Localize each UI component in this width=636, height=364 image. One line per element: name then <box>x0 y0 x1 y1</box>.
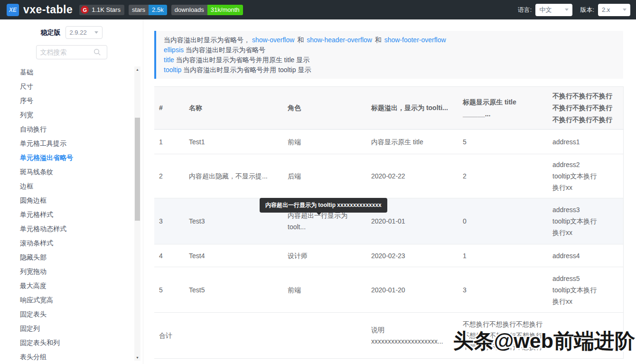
show-header-overflow-link[interactable]: show-header-overflow <box>307 36 372 44</box>
sidebar-item[interactable]: 自动换行 <box>0 122 143 136</box>
cell: 2020-02-23 <box>366 244 458 267</box>
cell: Test5 <box>184 267 283 313</box>
table-row: 5 Test5 前端 2020-01-20 3 address5 tooltip… <box>154 267 623 313</box>
topbar-right-controls: 语言: 中文 版本: 2.x <box>518 4 630 16</box>
cell-tooltip: 内容超出一行显示为 tooltip xxxxxxxxxxxxxx <box>260 198 387 213</box>
scroll-up-arrow-icon[interactable]: ▲ <box>134 66 140 73</box>
npm-stars-badge[interactable]: stars 2.5k <box>129 5 167 15</box>
sidebar-item[interactable]: 边框 <box>0 179 143 193</box>
gitee-stars-label: 1.1K Stars <box>92 6 121 13</box>
version-select[interactable]: 2.x <box>598 4 630 16</box>
cell: 2 <box>458 154 548 198</box>
ellipsis-link[interactable]: ellipsis <box>164 46 184 54</box>
search-input[interactable] <box>40 48 94 56</box>
table-row: 4 Test4 设计师 2020-02-23 1 address4 <box>154 244 623 267</box>
show-footer-overflow-link[interactable]: show-footer-overflow <box>384 36 446 44</box>
chevron-down-icon <box>565 9 569 11</box>
sidebar-item[interactable]: 单元格动态样式 <box>0 222 143 236</box>
info-text: 当内容溢出时显示为省略号并用 tooltip 显示 <box>183 66 311 74</box>
tooltip-link[interactable]: tooltip <box>164 66 181 74</box>
cell: 1 <box>154 130 184 154</box>
sidebar: 稳定版 2.9.22 基础 尺寸 序号 列宽 自动换行 单元格工具提示 单元格溢… <box>0 19 143 364</box>
cell: Test4 <box>184 244 283 267</box>
stable-version-select[interactable]: 2.9.22 <box>65 26 103 39</box>
cell: 内容显示原生 title <box>366 130 458 154</box>
table-row: 1 Test1 前端 内容显示原生 title 5 address1 <box>154 130 623 154</box>
cell: 后端 <box>283 154 366 198</box>
app-title[interactable]: vxe-table <box>23 3 73 16</box>
cell: 5 <box>154 267 184 313</box>
cell: 设计师 <box>283 244 366 267</box>
downloads-badge-label: downloads <box>171 5 207 15</box>
gitee-stars-badge[interactable]: G 1.1K Stars <box>79 5 124 15</box>
cell: 内容超出隐藏，不显示提... <box>184 154 283 198</box>
info-line-3: title 当内容溢出时显示为省略号并用原生 title 显示 <box>164 55 616 65</box>
vxe-logo-icon[interactable]: XE <box>7 4 19 16</box>
stars-badge-value: 2.5k <box>149 5 167 15</box>
chevron-down-icon <box>623 9 627 11</box>
sidebar-item[interactable]: 固定列 <box>0 321 143 336</box>
sidebar-item[interactable]: 表头分组 <box>0 350 143 364</box>
sidebar-item[interactable]: 斑马线条纹 <box>0 165 143 179</box>
sidebar-item[interactable]: 圆角边框 <box>0 193 143 207</box>
info-text: 和 <box>375 36 382 44</box>
cell: address1 <box>548 130 623 154</box>
header-cell-title-overflow: 标题溢出，显示为 toolti... <box>366 87 458 130</box>
version-label: 版本: <box>580 6 594 14</box>
title-link[interactable]: title <box>164 56 174 64</box>
sidebar-item[interactable]: 基础 <box>0 65 143 79</box>
info-text: 当内容溢出时显示为省略号， <box>164 36 250 44</box>
cell: 前端 <box>283 130 366 154</box>
language-label: 语言: <box>518 6 532 14</box>
cell: Test1 <box>184 130 283 154</box>
sidebar-item[interactable]: 列宽 <box>0 108 143 122</box>
sidebar-item[interactable]: 响应式宽高 <box>0 293 143 307</box>
cell: address3 tooltip文本换行 换行xx <box>548 198 623 244</box>
footer-cell: 说明 xxxxxxxxxxxxxxxxxxxx... <box>366 313 458 359</box>
sidebar-item[interactable]: 单元格样式 <box>0 207 143 222</box>
info-line-2: ellipsis 当内容溢出时显示为省略号 <box>164 45 616 55</box>
info-text: 和 <box>297 36 304 44</box>
scroll-down-arrow-icon[interactable]: ▼ <box>134 355 140 361</box>
scrollbar-thumb[interactable] <box>135 118 140 221</box>
cell: 0 <box>458 198 548 244</box>
sidebar-item[interactable]: 固定表头和列 <box>0 336 143 350</box>
footer-cell-total: 合计 <box>154 313 184 359</box>
cell: 3 <box>154 198 184 244</box>
stable-version-label: 稳定版 <box>41 28 61 37</box>
sidebar-item[interactable]: 固定表头 <box>0 307 143 321</box>
demo-table: # 名称 角色 标题溢出，显示为 toolti... 标题显示原生 title … <box>154 86 624 359</box>
header-cell-name: 名称 <box>184 87 283 130</box>
sidebar-item[interactable]: 最大高度 <box>0 279 143 293</box>
top-navbar: XE vxe-table G 1.1K Stars stars 2.5k dow… <box>0 0 636 19</box>
info-tip-box: 当内容溢出时显示为省略号， show-overflow 和 show-heade… <box>154 31 623 79</box>
cell: 2020-01-20 <box>366 267 458 313</box>
sidebar-item[interactable]: 滚动条样式 <box>0 236 143 250</box>
sidebar-item[interactable]: 序号 <box>0 93 143 108</box>
watermark-text: 头条@web前端进阶 <box>453 327 635 355</box>
stars-badge-label: stars <box>129 5 149 15</box>
sidebar-scrollbar[interactable]: ▲ ▼ <box>134 66 140 361</box>
header-cell-index: # <box>154 87 184 130</box>
search-icon <box>94 48 101 56</box>
sidebar-item[interactable]: 列宽拖动 <box>0 264 143 279</box>
version-select-value: 2.x <box>602 6 610 13</box>
sidebar-item[interactable]: 单元格工具提示 <box>0 136 143 150</box>
header-cell-native-title: 标题显示原生 title ______... <box>458 87 548 130</box>
downloads-badge-value: 31k/month <box>207 5 243 15</box>
downloads-badge[interactable]: downloads 31k/month <box>171 5 243 15</box>
cell: 3 <box>458 267 548 313</box>
language-select[interactable]: 中文 <box>535 4 572 16</box>
show-overflow-link[interactable]: show-overflow <box>252 36 294 44</box>
cell: address2 tooltip文本换行 换行xx <box>548 154 623 198</box>
footer-cell <box>283 313 366 359</box>
cell: address5 tooltip文本换行 换行xx <box>548 267 623 313</box>
sidebar-item[interactable]: 尺寸 <box>0 79 143 93</box>
cell: 4 <box>154 244 184 267</box>
doc-search-box[interactable] <box>36 45 107 59</box>
info-line-1: 当内容溢出时显示为省略号， show-overflow 和 show-heade… <box>164 35 616 45</box>
sidebar-item-active[interactable]: 单元格溢出省略号 <box>0 150 143 165</box>
sidebar-item[interactable]: 隐藏头部 <box>0 250 143 264</box>
table-row-hovered: 3 Test3 内容超出一行显示为 toolt... 2020-01-01 0 … <box>154 198 623 244</box>
footer-cell <box>184 313 283 359</box>
